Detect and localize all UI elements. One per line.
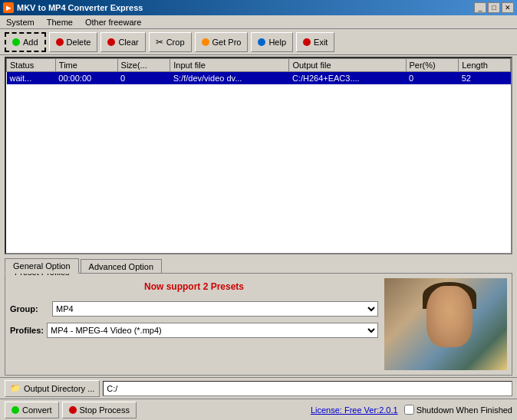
group-row: Group: MP4 AVI MOV MKV [10, 301, 378, 317]
cell-size: 0 [117, 72, 170, 85]
stop-icon [69, 406, 77, 414]
license-text[interactable]: License: Free Ver:2.0.1 [311, 405, 398, 415]
clear-icon [107, 38, 115, 46]
col-time: Time [55, 59, 117, 72]
file-list[interactable]: Status Time Size(... Input file Output f… [5, 57, 512, 254]
window-controls[interactable]: _ □ ✕ [474, 2, 514, 13]
convert-button[interactable]: Convert [5, 402, 59, 418]
preset-profiles-box: Preset Profiles Now support 2 Presets Gr… [5, 273, 512, 376]
crop-button[interactable]: ✂ Crop [149, 32, 192, 52]
output-directory-bar: 📁 Output Directory ... [0, 377, 517, 399]
col-output: Output file [289, 59, 406, 72]
shutdown-label[interactable]: Shutdown When Finished [404, 405, 512, 415]
shutdown-checkbox[interactable] [404, 405, 414, 415]
exit-button[interactable]: Exit [296, 32, 334, 52]
title-bar: ▶ MKV to MP4 Converter Express _ □ ✕ [0, 0, 517, 15]
group-label: Group: [10, 304, 52, 313]
toolbar: Add Delete Clear ✂ Crop Get Pro Help Exi… [0, 29, 517, 55]
col-status: Status [7, 59, 56, 72]
scissors-icon: ✂ [156, 37, 163, 48]
cell-output: C:/H264+EAC3.... [289, 72, 406, 85]
exit-icon [303, 38, 311, 46]
cell-length: 52 [459, 72, 511, 85]
output-directory-input[interactable] [103, 381, 512, 396]
group-select[interactable]: MP4 AVI MOV MKV [52, 301, 378, 317]
table-row[interactable]: wait... 00:00:00 0 S:/f/dev/video dv... … [7, 72, 511, 85]
convert-icon [12, 406, 19, 414]
cell-time: 00:00:00 [55, 72, 117, 85]
maximize-button[interactable]: □ [488, 2, 500, 13]
add-icon [12, 38, 20, 46]
minimize-button[interactable]: _ [474, 2, 486, 13]
col-input: Input file [170, 59, 289, 72]
help-icon [258, 38, 265, 46]
tab-bar: General Option Advanced Option [5, 258, 512, 273]
clear-button[interactable]: Clear [100, 32, 145, 52]
menu-other[interactable]: Other freeware [82, 17, 144, 28]
output-directory-button[interactable]: 📁 Output Directory ... [5, 380, 100, 397]
close-button[interactable]: ✕ [502, 2, 514, 13]
preview-face [426, 286, 473, 347]
file-table: Status Time Size(... Input file Output f… [6, 58, 511, 84]
tab-general[interactable]: General Option [5, 258, 79, 274]
app-icon: ▶ [3, 2, 14, 13]
window-title: MKV to MP4 Converter Express [17, 3, 143, 12]
cell-input: S:/f/dev/video dv... [170, 72, 289, 85]
convert-label: Convert [22, 405, 52, 415]
profiles-label: Profiles: [10, 326, 44, 335]
preview-image [384, 278, 507, 370]
cell-percent: 0 [406, 72, 459, 85]
menu-bar: System Theme Other freeware [0, 15, 517, 29]
help-button[interactable]: Help [251, 32, 293, 52]
menu-system[interactable]: System [3, 17, 38, 28]
bottom-bar: Convert Stop Process License: Free Ver:2… [0, 399, 517, 420]
folder-icon: 📁 [10, 383, 21, 393]
profiles-select[interactable]: MP4 - MPEG-4 Video (*.mp4) MP4 - H.264 V… [47, 323, 378, 338]
profiles-row: Profiles: MP4 - MPEG-4 Video (*.mp4) MP4… [10, 323, 378, 338]
add-button[interactable]: Add [5, 32, 46, 52]
col-percent: Per(%) [406, 59, 459, 72]
delete-button[interactable]: Delete [49, 32, 98, 52]
bottom-left: Convert Stop Process [5, 402, 137, 418]
options-section: General Option Advanced Option Preset Pr… [5, 258, 512, 376]
stop-label: Stop Process [80, 405, 130, 415]
tab-advanced[interactable]: Advanced Option [81, 259, 162, 274]
preview-inner [384, 278, 507, 370]
delete-icon [56, 38, 64, 46]
col-length: Length [459, 59, 511, 72]
getpro-button[interactable]: Get Pro [195, 32, 249, 52]
getpro-icon [202, 38, 209, 46]
output-directory-label: Output Directory ... [24, 384, 94, 393]
bottom-right: License: Free Ver:2.0.1 Shutdown When Fi… [311, 405, 512, 415]
cell-status: wait... [7, 72, 56, 85]
preset-left-panel: Now support 2 Presets Group: MP4 AVI MOV… [10, 278, 378, 370]
col-size: Size(... [117, 59, 170, 72]
shutdown-text: Shutdown When Finished [417, 405, 512, 415]
support-text: Now support 2 Presets [10, 281, 378, 292]
stop-process-button[interactable]: Stop Process [62, 402, 137, 418]
menu-theme[interactable]: Theme [44, 17, 76, 28]
